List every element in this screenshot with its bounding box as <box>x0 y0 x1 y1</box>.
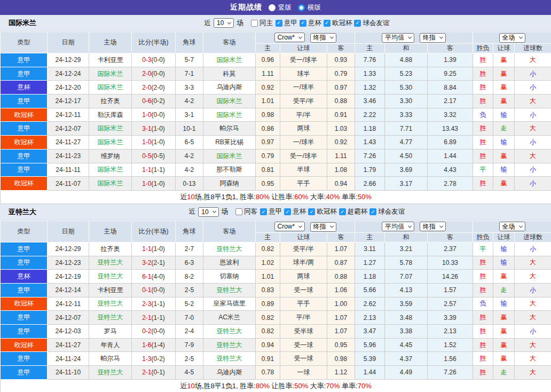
fulltime-score: 3-2 <box>142 259 151 266</box>
league-filter-checkbox[interactable]: ✓意甲 <box>276 19 297 28</box>
team-name[interactable]: 国际米兰 <box>9 18 36 28</box>
odds-away: 1.00 <box>327 297 355 311</box>
average-select[interactable]: 平均值 <box>382 222 414 231</box>
table-row: 欧冠杯24-11-27年青人1-6(1-4)7-9亚特兰大0.94受一球0.95… <box>1 338 551 352</box>
avg-stage-select[interactable]: 终指 <box>420 33 446 43</box>
avg-draw: 3.38 <box>385 325 428 339</box>
subcol-odds-home: 主 <box>256 44 280 53</box>
checkbox-checked-icon: ✓ <box>354 20 361 27</box>
score-cell: 2-1(0-1) <box>132 366 176 380</box>
average-select[interactable]: 平均值 <box>382 33 414 43</box>
summary-segment: 10 <box>187 382 194 390</box>
away-team: 亚特兰大 <box>203 338 256 352</box>
summary-segment: 50% <box>358 193 372 201</box>
score-cell: 0-5(0-5) <box>132 149 176 163</box>
summary-segment: 单率: <box>340 193 357 201</box>
odds-away: 1.03 <box>327 122 355 136</box>
subcol-avg-away: 客 <box>428 232 473 242</box>
league-type-badge: 意甲 <box>1 67 48 81</box>
halftime-score: (4-0) <box>152 273 165 280</box>
league-filter-checkbox[interactable]: ✓球会友谊 <box>354 19 389 28</box>
halftime-score: (2-1) <box>152 259 165 266</box>
league-filter-checkbox[interactable]: ✓意杯 <box>300 19 321 28</box>
bookmaker-select[interactable]: Crow* <box>274 222 305 231</box>
checkbox-checked-icon: ✓ <box>308 208 315 215</box>
score-cell: 1-1(1-1) <box>132 163 176 177</box>
fulltime-score: 2-0 <box>142 84 151 91</box>
match-count-select[interactable]: 10 <box>214 18 234 28</box>
avg-draw: 4.77 <box>385 136 428 150</box>
home-team: 卡利亚里 <box>89 53 132 67</box>
same-venue-checkbox[interactable]: 同主 <box>251 19 273 28</box>
league-filter-checkbox[interactable]: ✓超霸杯 <box>339 207 368 216</box>
table-row: 欧冠杯24-12-11勒沃库森1-0(0-0)3-1国际米兰0.98平/半0.9… <box>1 108 551 122</box>
corner-count: 7-9 <box>176 338 203 352</box>
score-cell: 1-3(0-2) <box>132 352 176 366</box>
odds-away: 0.93 <box>327 53 355 67</box>
away-team: 亚特兰大 <box>203 283 256 297</box>
col-header-away: 客场 <box>203 221 256 242</box>
match-count-select[interactable]: 10 <box>198 207 218 217</box>
avg-draw: 3.30 <box>385 95 428 108</box>
checkbox-checked-icon: ✓ <box>324 20 330 27</box>
summary-segment: 大率: <box>308 193 326 201</box>
halftime-score: (0-2) <box>152 97 165 105</box>
same-venue-checkbox[interactable]: 同客 <box>235 207 257 216</box>
avg-draw: 3.69 <box>385 163 428 177</box>
scope-select[interactable]: 全场 <box>499 222 525 231</box>
home-team: 国际米兰 <box>89 136 132 150</box>
bookmaker-select[interactable]: Crow* <box>274 33 305 42</box>
avg-away: 3.32 <box>428 108 473 122</box>
league-filter-checkbox[interactable]: ✓意杯 <box>284 207 306 216</box>
team-name[interactable]: 亚特兰大 <box>9 207 36 217</box>
avg-away: 2.78 <box>428 177 473 191</box>
home-team: 国际米兰 <box>89 122 132 136</box>
fulltime-score: 0-6 <box>142 97 151 105</box>
scope-select[interactable]: 全场 <box>499 33 525 43</box>
avg-draw: 5.78 <box>385 256 428 270</box>
league-filter-checkbox[interactable]: ✓意甲 <box>260 207 282 216</box>
matches-label: 场 <box>222 207 229 216</box>
league-filter-checkbox[interactable]: ✓球会友谊 <box>369 207 405 216</box>
avg-home: 2.13 <box>355 311 385 325</box>
col-header-corner: 角球 <box>176 221 203 242</box>
chevron-down-icon <box>408 35 412 39</box>
corner-count: 2-4 <box>176 325 203 339</box>
league-filter-label: 球会友谊 <box>363 19 389 28</box>
chevron-down-icon <box>298 224 302 228</box>
avg-away: 2.13 <box>428 325 473 339</box>
odds-away: 1.06 <box>327 283 355 297</box>
layout-radio-vertical[interactable]: 竖版 <box>269 3 292 12</box>
league-filter-checkbox[interactable]: ✓欧冠杯 <box>324 19 352 28</box>
away-team: 亚特兰大 <box>203 325 256 339</box>
odds-stage-select[interactable]: 终指 <box>310 33 336 43</box>
layout-radio-horizontal[interactable]: 横版 <box>298 3 321 12</box>
table-row: 意甲24-12-29拉齐奥1-1(1-0)2-7亚特兰大0.82受平/半1.07… <box>1 242 551 256</box>
result-handicap: 赢 <box>493 270 515 284</box>
odds-select-group: Crow* 终指 <box>256 32 355 44</box>
halftime-score: (0-5) <box>152 152 165 160</box>
result-handicap: 赢 <box>493 149 515 163</box>
league-type-badge: 意甲 <box>1 122 48 136</box>
league-filter-label: 意杯 <box>308 19 321 28</box>
halftime-score: (0-1) <box>152 369 165 376</box>
result-handicap: 输 <box>493 163 515 177</box>
odds-away: 0.88 <box>327 95 355 108</box>
league-type-badge: 意杯 <box>1 270 48 284</box>
result-goals: 小 <box>515 163 551 177</box>
table-row: 意甲24-12-07亚特兰大2-1(1-1)7-0AC米兰0.82平/半1.07… <box>1 311 551 325</box>
results-table: 类型 日期 主场 比分(半场) 角球 客场 Crow* 终指 平均值 终指 全场 <box>0 221 551 392</box>
odds-home: 1.11 <box>256 67 280 81</box>
result-handicap: 赢 <box>493 352 515 366</box>
avg-away: 7.26 <box>428 366 473 380</box>
score-cell: 0-1(0-0) <box>132 283 176 297</box>
league-filter-checkbox[interactable]: ✓欧冠杯 <box>308 207 337 216</box>
avg-draw: 5.23 <box>385 67 428 81</box>
avg-away: 4.43 <box>428 163 473 177</box>
scope-select-group: 全场 <box>473 221 551 232</box>
home-team: 勒沃库森 <box>89 108 132 122</box>
checkbox-unchecked-icon <box>235 208 242 215</box>
chevron-down-icon <box>408 224 412 228</box>
odds-stage-select[interactable]: 终指 <box>310 222 336 232</box>
avg-stage-select[interactable]: 终指 <box>420 222 446 231</box>
